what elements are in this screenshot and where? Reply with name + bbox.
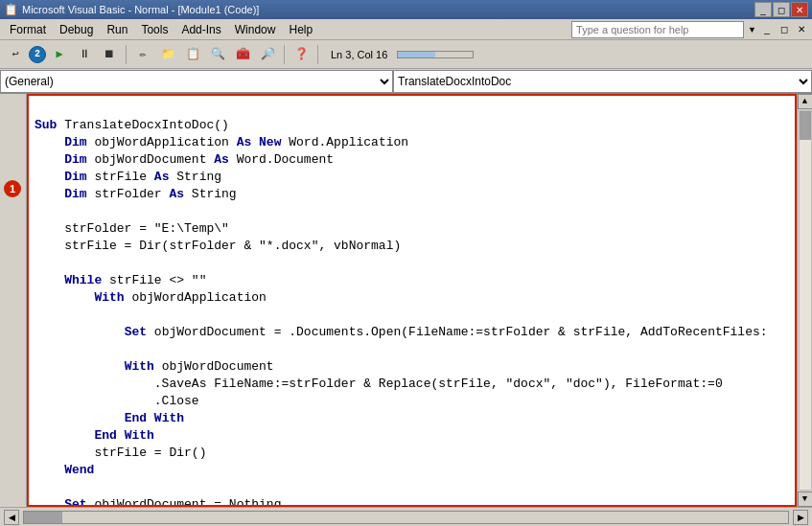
progress-fill [398,52,435,57]
keyword-set-2: Set [64,497,86,507]
run-button[interactable]: ▶ [48,44,71,65]
keyword-as-1: As [214,152,229,167]
scroll-track[interactable] [799,110,812,491]
keyword-while: While [64,273,102,287]
scroll-up-button[interactable]: ▲ [798,94,813,109]
indicator-2-badge: 2 [29,46,46,63]
restore-button[interactable]: ◻ [773,2,790,17]
menu-addins[interactable]: Add-Ins [175,21,226,38]
horizontal-scroll[interactable] [23,511,789,524]
keyword-set-1: Set [125,325,147,339]
help-close-button[interactable]: ✕ [795,24,808,34]
h-scroll-thumb[interactable] [24,512,62,523]
toolbox-button[interactable]: 🧰 [231,44,254,65]
status-bar: ◀ ▶ [0,507,812,526]
separator-3 [317,45,318,64]
break-button[interactable]: ⏸ [73,44,96,65]
code-content: Sub TranslateDocxIntoDoc() Dim objWordAp… [29,96,795,507]
right-scrollbar[interactable]: ▲ ▼ [797,94,812,507]
toolbar-left: ↩ 2 ▶ ⏸ ⏹ ✏ 📁 📋 🔍 🧰 🔎 ❓ Ln 3, Col 16 [0,44,477,65]
close-button[interactable]: ✕ [791,2,808,17]
project-explorer-button[interactable]: 📁 [156,44,179,65]
menu-help-row: Format Debug Run Tools Add-Ins Window He… [0,19,812,40]
function-dropdown[interactable]: TranslateDocxIntoDoc [393,70,812,93]
app-icon: 📋 [4,3,18,16]
sb-right-button[interactable]: ▶ [793,510,808,525]
keyword-with-1: With [94,290,124,305]
design-mode-button[interactable]: ✏ [131,44,154,65]
toolbar-row: ↩ 2 ▶ ⏸ ⏹ ✏ 📁 📋 🔍 🧰 🔎 ❓ Ln 3, Col 16 [0,40,812,69]
keyword-end-with-2: End With [94,428,153,443]
indicator-1-badge: 1 [4,180,21,197]
menu-tools[interactable]: Tools [135,21,174,38]
title-text: Microsoft Visual Basic - Normal - [Modul… [22,4,259,15]
sb-left-button[interactable]: ◀ [4,510,19,525]
dropdowns-row: (General) TranslateDocxIntoDoc [0,69,812,94]
menu-window[interactable]: Window [229,21,282,38]
progress-bar [397,51,474,58]
left-margin: 1 [0,94,27,507]
keyword-as-new: As New [237,135,282,149]
keyword-sub: Sub [35,118,57,132]
minimize-button[interactable]: _ [754,2,772,17]
title-bar-controls[interactable]: _ ◻ ✕ [754,2,808,17]
reset-button[interactable]: ⏹ [98,44,121,65]
menu-run[interactable]: Run [101,21,133,38]
keyword-as-2: As [154,170,170,184]
keyword-with-2: With [125,359,154,374]
keyword-as-3: As [169,187,184,201]
help-dropdown-icon[interactable]: ▼ [748,25,756,34]
keyword-dim-1: Dim [64,135,86,149]
title-bar: 📋 Microsoft Visual Basic - Normal - [Mod… [0,0,812,19]
menu-section: Format Debug Run Tools Add-Ins Window He… [0,19,322,39]
object-browser-button[interactable]: 🔍 [206,44,229,65]
separator-2 [284,45,285,64]
help-input[interactable] [571,21,744,38]
general-dropdown[interactable]: (General) [0,70,393,93]
keyword-dim-2: Dim [64,152,86,167]
help-button[interactable]: ❓ [290,44,313,65]
keyword-wend: Wend [64,463,94,477]
properties-button[interactable]: 📋 [181,44,204,65]
keyword-end-with-1: End With [125,411,184,425]
search-button[interactable]: 🔎 [256,44,279,65]
scroll-down-button[interactable]: ▼ [798,492,813,507]
scroll-thumb[interactable] [800,111,811,140]
menu-debug[interactable]: Debug [54,21,99,38]
undo-button[interactable]: ↩ [4,44,27,65]
help-min-button[interactable]: _ [760,24,774,34]
code-editor[interactable]: Sub TranslateDocxIntoDoc() Dim objWordAp… [27,94,797,507]
menu-format[interactable]: Format [4,21,52,38]
help-section: ▼ _ ◻ ✕ [322,19,812,39]
keyword-dim-3: Dim [64,170,86,184]
separator-1 [126,45,127,64]
help-restore-button[interactable]: ◻ [777,24,791,34]
menu-help[interactable]: Help [283,21,318,38]
main-area: 1 Sub TranslateDocxIntoDoc() Dim objWord… [0,94,812,507]
title-bar-left: 📋 Microsoft Visual Basic - Normal - [Mod… [4,3,259,16]
keyword-dim-4: Dim [64,187,86,201]
cursor-status: Ln 3, Col 16 [331,49,387,60]
